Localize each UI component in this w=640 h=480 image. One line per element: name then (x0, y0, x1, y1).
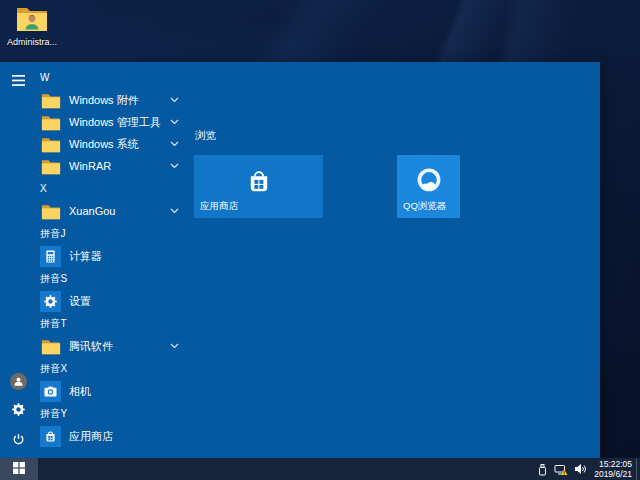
tile-icon-slot (414, 166, 444, 196)
show-desktop-button[interactable] (636, 458, 640, 480)
desktop-icon-label: Administra... (3, 37, 61, 47)
settings-gear-icon (40, 291, 61, 312)
app-list-item-label: XuanGou (69, 205, 115, 217)
app-list-section: 拼音T (0, 312, 186, 357)
app-list-section-header[interactable]: 拼音Y (0, 402, 186, 425)
network-warning-icon[interactable] (554, 463, 568, 476)
tile-label: 应用商店 (200, 200, 238, 213)
start-tile[interactable]: 应用商店 (194, 155, 323, 218)
app-list-item-label: Windows 系统 (69, 137, 139, 152)
store-icon (40, 426, 61, 447)
app-list-item[interactable]: XuanGou (0, 200, 186, 222)
chevron-down-icon[interactable] (170, 119, 179, 125)
taskbar-clock[interactable]: 15:22:05 2019/6/21 (594, 459, 632, 479)
camera-icon (40, 381, 61, 402)
app-icon-slot (40, 246, 61, 267)
chevron-down-icon[interactable] (170, 208, 179, 214)
app-list-section-header[interactable]: 拼音T (0, 312, 186, 335)
tile-label: QQ浏览器 (403, 200, 446, 213)
app-list-section: 拼音J (0, 222, 186, 267)
app-list-item[interactable]: 计算器 (0, 245, 186, 267)
app-list-section-header[interactable]: 拼音J (0, 222, 186, 245)
app-list-section-header[interactable]: W (0, 66, 186, 89)
chevron-down-icon[interactable] (170, 343, 179, 349)
app-icon-slot (40, 381, 61, 402)
tile-group-label[interactable]: 浏览 (195, 129, 216, 143)
chevron-down-icon[interactable] (170, 163, 179, 169)
start-menu-app-list: W (0, 66, 186, 447)
start-menu: W (0, 62, 600, 458)
app-list-item-label: Windows 附件 (69, 93, 139, 108)
start-button[interactable] (0, 458, 38, 480)
app-list-section: 拼音X (0, 357, 186, 402)
app-icon-slot (40, 291, 61, 312)
system-tray: 15:22:05 2019/6/21 (534, 458, 640, 480)
screen: Administra... (0, 0, 640, 480)
tile-group: 应用商店 (194, 155, 460, 218)
app-list-item[interactable]: 腾讯软件 (0, 335, 186, 357)
volume-icon[interactable] (574, 463, 587, 475)
folder-icon (40, 336, 61, 357)
app-icon-slot (40, 336, 61, 357)
windows-logo-icon (13, 460, 25, 478)
usb-device-icon[interactable] (537, 463, 548, 476)
app-list-section-items: 相机 (0, 380, 186, 402)
chevron-down-icon[interactable] (170, 141, 179, 147)
folder-icon (40, 201, 61, 222)
app-list-section: W (0, 66, 186, 177)
app-list-item-label: Windows 管理工具 (69, 115, 161, 130)
tile-icon-slot (244, 166, 274, 196)
app-icon-slot (40, 426, 61, 447)
user-folder-icon (16, 5, 48, 36)
app-icon-slot (40, 201, 61, 222)
desktop-icon-administrator[interactable]: Administra... (3, 5, 61, 47)
app-icon-slot (40, 156, 61, 177)
app-list-section-items: 应用商店 (0, 425, 186, 447)
app-list-section: 拼音Y (0, 402, 186, 447)
app-list-item-label: 腾讯软件 (69, 339, 113, 354)
store-icon (244, 182, 274, 199)
app-list-section-header[interactable]: 拼音X (0, 357, 186, 380)
app-list-item[interactable]: Windows 系统 (0, 133, 186, 155)
app-list-item[interactable]: Windows 附件 (0, 89, 186, 111)
app-list-section: X (0, 177, 186, 222)
app-list-item[interactable]: 应用商店 (0, 425, 186, 447)
app-list-section-header[interactable]: 拼音S (0, 267, 186, 290)
app-list-item-label: 应用商店 (69, 429, 113, 444)
calculator-icon (40, 246, 61, 267)
app-list-section-items: 设置 (0, 290, 186, 312)
app-list-section: 拼音S (0, 267, 186, 312)
folder-icon (40, 90, 61, 111)
app-list-section-items: Windows 附件 (0, 89, 186, 177)
app-list-section-items: 计算器 (0, 245, 186, 267)
app-list-section-items: 腾讯软件 (0, 335, 186, 357)
app-list-section-header[interactable]: X (0, 177, 186, 200)
folder-icon (40, 156, 61, 177)
app-icon-slot (40, 134, 61, 155)
folder-icon (40, 134, 61, 155)
app-list-item-label: 设置 (69, 294, 91, 309)
app-icon-slot (40, 112, 61, 133)
app-list-item[interactable]: 设置 (0, 290, 186, 312)
app-icon-slot (40, 90, 61, 111)
app-list-item[interactable]: Windows 管理工具 (0, 111, 186, 133)
app-list-item-label: 相机 (69, 384, 91, 399)
qq-browser-icon (414, 182, 444, 199)
start-tile[interactable]: QQ浏览器 (397, 155, 460, 218)
clock-time: 15:22:05 (594, 459, 632, 469)
app-list-section-items: XuanGou (0, 200, 186, 222)
folder-icon (40, 112, 61, 133)
app-list-item-label: 计算器 (69, 249, 102, 264)
app-list-item-label: WinRAR (69, 160, 111, 172)
taskbar: 15:22:05 2019/6/21 (0, 458, 640, 480)
chevron-down-icon[interactable] (170, 97, 179, 103)
clock-date: 2019/6/21 (594, 469, 632, 479)
app-list-item[interactable]: 相机 (0, 380, 186, 402)
app-list-item[interactable]: WinRAR (0, 155, 186, 177)
